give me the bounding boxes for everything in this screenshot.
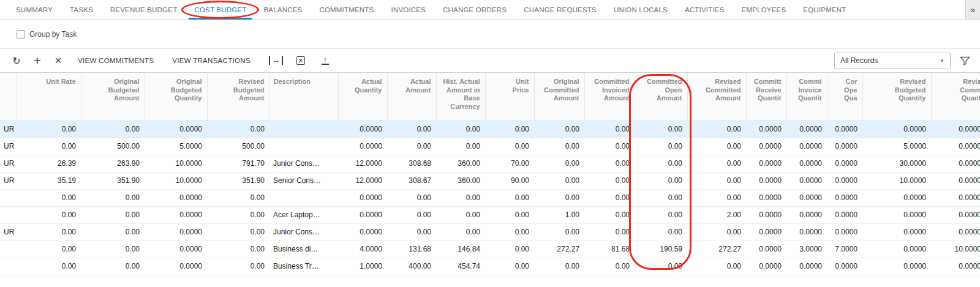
- cell-actual_amount[interactable]: 0.00: [387, 206, 436, 223]
- col-header-committed_received_quantity[interactable]: Committ Receive Quantit: [746, 73, 786, 121]
- cell-revised_committed_quantity[interactable]: 0.0000: [931, 121, 980, 138]
- cell-actual_amount[interactable]: 308.67: [387, 172, 436, 189]
- filter-settings-button[interactable]: [960, 56, 970, 65]
- cell-committed_invoiced_amount[interactable]: 0.00: [584, 189, 635, 206]
- cell-revised_committed_amount[interactable]: 0.00: [687, 172, 746, 189]
- cell-original_budgeted_quantity[interactable]: 0.0000: [145, 189, 207, 206]
- cell-original_committed_amount[interactable]: 272.27: [534, 240, 584, 258]
- cell-revised_budgeted_amount[interactable]: 0.00: [207, 258, 270, 275]
- cell-revised_committed_amount[interactable]: 0.00: [687, 138, 746, 155]
- cell-original_budgeted_amount[interactable]: 0.00: [81, 206, 145, 223]
- cell-revised_budgeted_quantity[interactable]: 5.0000: [862, 138, 931, 155]
- col-header-committed_invoiced_quantity[interactable]: Commi Invoice Quantit: [786, 73, 827, 121]
- cell-description[interactable]: Business di…: [270, 240, 338, 258]
- grid-row[interactable]: UR0.000.000.00000.000.00000.000.000.000.…: [0, 121, 980, 138]
- tab-cost-budget[interactable]: COST BUDGET: [186, 0, 255, 19]
- cell-committed_invoiced_quantity[interactable]: 0.0000: [786, 206, 827, 223]
- cell-committed_received_quantity[interactable]: 0.0000: [746, 121, 786, 138]
- cell-revised_committed_quantity[interactable]: 0.0000: [931, 189, 980, 206]
- cell-committed_received_quantity[interactable]: 0.0000: [746, 189, 786, 206]
- cell-committed_invoiced_quantity[interactable]: 0.0000: [786, 121, 827, 138]
- cell-original_budgeted_quantity[interactable]: 0.0000: [145, 223, 207, 240]
- cell-original_budgeted_amount[interactable]: 0.00: [81, 121, 145, 138]
- cell-committed_invoiced_quantity[interactable]: 0.0000: [786, 155, 827, 172]
- cell-uom[interactable]: [0, 206, 16, 223]
- col-header-actual_amount[interactable]: Actual Amount: [387, 73, 436, 121]
- col-header-revised_committed_quantity[interactable]: Revis Comm Quant: [931, 73, 980, 121]
- cell-committed_open_amount[interactable]: 0.00: [635, 138, 687, 155]
- cell-committed_invoiced_amount[interactable]: 0.00: [584, 121, 635, 138]
- cell-unit_price[interactable]: 70.00: [485, 155, 534, 172]
- col-header-original_budgeted_amount[interactable]: Original Budgeted Amount: [81, 73, 145, 121]
- cell-unit_rate[interactable]: 35.19: [16, 172, 81, 189]
- cell-unit_rate[interactable]: 0.00: [16, 223, 81, 240]
- cell-unit_price[interactable]: 90.00: [485, 172, 534, 189]
- cell-committed_invoiced_amount[interactable]: 0.00: [584, 172, 635, 189]
- cell-hist_actual_amount_base[interactable]: 454.74: [436, 258, 485, 275]
- cell-original_committed_amount[interactable]: 0.00: [534, 155, 584, 172]
- cell-actual_amount[interactable]: 400.00: [387, 258, 436, 275]
- cell-actual_amount[interactable]: 308.68: [387, 155, 436, 172]
- col-header-description[interactable]: Description: [270, 73, 338, 121]
- cell-revised_budgeted_quantity[interactable]: 30.0000: [862, 155, 931, 172]
- cell-hist_actual_amount_base[interactable]: 146.84: [436, 240, 485, 258]
- col-header-revised_budgeted_quantity[interactable]: Revised Budgeted Quantity: [862, 73, 931, 121]
- cell-original_budgeted_quantity[interactable]: 10.0000: [145, 155, 207, 172]
- cell-revised_committed_quantity[interactable]: 0.0000: [931, 172, 980, 189]
- cell-revised_budgeted_quantity[interactable]: 0.0000: [862, 223, 931, 240]
- cell-committed_open_quantity[interactable]: 0.0000: [827, 223, 862, 240]
- export-to-excel-button[interactable]: X: [290, 51, 311, 70]
- cell-committed_open_quantity[interactable]: 7.0000: [827, 240, 862, 258]
- cell-revised_budgeted_quantity[interactable]: 0.0000: [862, 121, 931, 138]
- cell-revised_committed_amount[interactable]: 2.00: [687, 206, 746, 223]
- tab-overflow-button[interactable]: »: [965, 0, 980, 19]
- cell-unit_rate[interactable]: 0.00: [16, 240, 81, 258]
- cell-original_budgeted_amount[interactable]: 0.00: [81, 223, 145, 240]
- cell-hist_actual_amount_base[interactable]: 0.00: [436, 189, 485, 206]
- cell-revised_committed_amount[interactable]: 0.00: [687, 121, 746, 138]
- cell-revised_committed_amount[interactable]: 0.00: [687, 223, 746, 240]
- cell-unit_price[interactable]: 0.00: [485, 206, 534, 223]
- tab-union-locals[interactable]: UNION LOCALS: [605, 0, 676, 19]
- cell-revised_committed_amount[interactable]: 0.00: [687, 258, 746, 275]
- cell-original_budgeted_amount[interactable]: 500.00: [81, 138, 145, 155]
- group-by-task-checkbox[interactable]: [17, 30, 25, 39]
- cell-committed_received_quantity[interactable]: 0.0000: [746, 258, 786, 275]
- cell-uom[interactable]: UR: [0, 155, 16, 172]
- cell-uom[interactable]: UR: [0, 138, 16, 155]
- cell-committed_invoiced_quantity[interactable]: 0.0000: [786, 189, 827, 206]
- cell-revised_budgeted_quantity[interactable]: 10.0000: [862, 172, 931, 189]
- cell-committed_invoiced_quantity[interactable]: 0.0000: [786, 258, 827, 275]
- view-commitments-button[interactable]: VIEW COMMITMENTS: [69, 51, 163, 70]
- cell-committed_open_amount[interactable]: 0.00: [635, 121, 687, 138]
- cell-revised_committed_amount[interactable]: 0.00: [687, 189, 746, 206]
- cell-committed_invoiced_quantity[interactable]: 0.0000: [786, 223, 827, 240]
- cell-revised_budgeted_quantity[interactable]: 0.0000: [862, 206, 931, 223]
- cell-unit_rate[interactable]: 0.00: [16, 258, 81, 275]
- col-header-hist_actual_amount_base[interactable]: Hist. Actual Amount in Base Currency: [436, 73, 485, 121]
- cell-revised_committed_quantity[interactable]: 0.0000: [931, 138, 980, 155]
- upload-button[interactable]: ↑: [315, 51, 336, 70]
- col-header-original_budgeted_quantity[interactable]: Original Budgeted Quantity: [145, 73, 207, 121]
- tab-balances[interactable]: BALANCES: [255, 0, 311, 19]
- tab-change-requests[interactable]: CHANGE REQUESTS: [515, 0, 605, 19]
- tab-tasks[interactable]: TASKS: [61, 0, 102, 19]
- tab-change-orders[interactable]: CHANGE ORDERS: [434, 0, 515, 19]
- cell-committed_open_amount[interactable]: 0.00: [635, 223, 687, 240]
- cell-unit_rate[interactable]: 0.00: [16, 189, 81, 206]
- cell-committed_open_quantity[interactable]: 0.0000: [827, 258, 862, 275]
- cell-unit_price[interactable]: 0.00: [485, 240, 534, 258]
- cell-revised_committed_amount[interactable]: 0.00: [687, 155, 746, 172]
- cell-original_budgeted_quantity[interactable]: 0.0000: [145, 206, 207, 223]
- cell-revised_committed_quantity[interactable]: 10.0000: [931, 240, 980, 258]
- cell-original_committed_amount[interactable]: 0.00: [534, 223, 584, 240]
- cell-unit_price[interactable]: 0.00: [485, 121, 534, 138]
- cell-committed_invoiced_quantity[interactable]: 3.0000: [786, 240, 827, 258]
- cell-committed_open_amount[interactable]: 190.59: [635, 240, 687, 258]
- add-row-button[interactable]: +: [27, 51, 48, 70]
- cell-actual_amount[interactable]: 0.00: [387, 138, 436, 155]
- cell-committed_open_quantity[interactable]: 0.0000: [827, 172, 862, 189]
- cell-original_committed_amount[interactable]: 0.00: [534, 121, 584, 138]
- cell-committed_open_amount[interactable]: 0.00: [635, 206, 687, 223]
- refresh-button[interactable]: ↻: [6, 51, 27, 70]
